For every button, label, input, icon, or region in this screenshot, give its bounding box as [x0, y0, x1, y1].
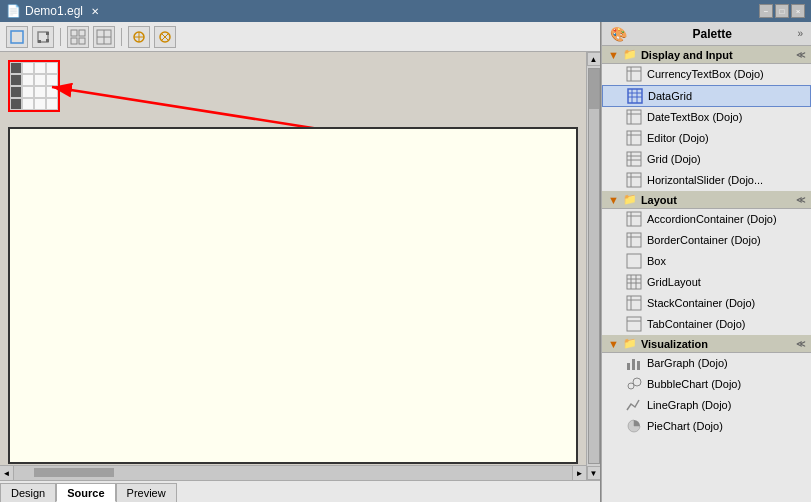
- svg-rect-44: [627, 233, 641, 247]
- category-folder-icon: 📁: [623, 193, 637, 206]
- palette-item-datagrid[interactable]: DataGrid: [602, 85, 811, 107]
- item-label: PieChart (Dojo): [647, 420, 723, 432]
- category-collapse-icon[interactable]: ≪: [796, 50, 805, 60]
- hscroll-right-button[interactable]: ►: [572, 466, 586, 481]
- select-tool-button[interactable]: [6, 26, 28, 48]
- palette-item-currencytextbox[interactable]: CurrencyTextBox (Dojo): [602, 64, 811, 85]
- palette-item-linegraph[interactable]: LineGraph (Dojo): [602, 395, 811, 416]
- mini-cell: [22, 62, 34, 74]
- item-label: CurrencyTextBox (Dojo): [647, 68, 764, 80]
- hscroll-thumb[interactable]: [34, 468, 114, 477]
- category-label: Layout: [641, 194, 677, 206]
- item-label: BubbleChart (Dojo): [647, 378, 741, 390]
- category-arrow-icon: ▼: [608, 49, 619, 61]
- tool4-button[interactable]: [93, 26, 115, 48]
- bottom-tabs: Design Source Preview: [0, 480, 600, 502]
- palette-item-tabcontainer[interactable]: TabContainer (Dojo): [602, 314, 811, 335]
- tool3-button[interactable]: [67, 26, 89, 48]
- item-label: StackContainer (Dojo): [647, 297, 755, 309]
- vscroll-down-button[interactable]: ▼: [587, 466, 601, 480]
- item-label: DateTextBox (Dojo): [647, 111, 742, 123]
- item-icon-stackcontainer: [626, 295, 642, 311]
- tab-design[interactable]: Design: [0, 483, 56, 502]
- vscroll-track: [588, 68, 600, 464]
- svg-rect-28: [627, 110, 641, 124]
- resize-tool-button[interactable]: [32, 26, 54, 48]
- palette-item-piechart[interactable]: PieChart (Dojo): [602, 416, 811, 437]
- palette-item-horizontalslider[interactable]: HorizontalSlider (Dojo...: [602, 170, 811, 191]
- item-label: Grid (Dojo): [647, 153, 701, 165]
- item-icon-linegraph: [626, 397, 642, 413]
- item-icon-bargraph: [626, 355, 642, 371]
- svg-point-62: [633, 378, 641, 386]
- mini-cell: [46, 98, 58, 110]
- palette-item-grid[interactable]: Grid (Dojo): [602, 149, 811, 170]
- item-label: LineGraph (Dojo): [647, 399, 731, 411]
- item-icon-grid: [626, 151, 642, 167]
- mini-preview: [8, 60, 60, 112]
- vscroll-thumb[interactable]: [589, 69, 599, 109]
- toolbar-sep2: [121, 28, 122, 46]
- close-tab-icon[interactable]: ✕: [91, 6, 99, 17]
- toolbar-sep1: [60, 28, 61, 46]
- mini-cell: [34, 74, 46, 86]
- item-icon-box: [626, 253, 642, 269]
- mini-cell: [22, 98, 34, 110]
- category-visualization[interactable]: ▼ 📁 Visualization ≪: [602, 335, 811, 353]
- item-icon-datagrid: [627, 88, 643, 104]
- palette-panel: 🎨 Palette » ▼ 📁 Display and Input ≪: [601, 22, 811, 502]
- palette-header: 🎨 Palette »: [602, 22, 811, 46]
- palette-expand-button[interactable]: »: [797, 28, 803, 39]
- category-folder-icon: 📁: [623, 48, 637, 61]
- item-label: BorderContainer (Dojo): [647, 234, 761, 246]
- palette-item-bubblechart[interactable]: BubbleChart (Dojo): [602, 374, 811, 395]
- item-label: BarGraph (Dojo): [647, 357, 728, 369]
- palette-item-stackcontainer[interactable]: StackContainer (Dojo): [602, 293, 811, 314]
- palette-item-editor[interactable]: Editor (Dojo): [602, 128, 811, 149]
- svg-rect-56: [627, 317, 641, 331]
- svg-rect-2: [46, 32, 49, 35]
- category-collapse-icon[interactable]: ≪: [796, 195, 805, 205]
- editor-area: ◄ ► ▲ ▼ Design Sour: [0, 22, 601, 502]
- maximize-button[interactable]: □: [775, 4, 789, 18]
- palette-item-bordercontainer[interactable]: BorderContainer (Dojo): [602, 230, 811, 251]
- tab-source[interactable]: Source: [56, 483, 115, 502]
- category-layout[interactable]: ▼ 📁 Layout ≪: [602, 191, 811, 209]
- item-icon-datetextbox: [626, 109, 642, 125]
- palette-item-datetextbox[interactable]: DateTextBox (Dojo): [602, 107, 811, 128]
- svg-rect-60: [637, 361, 640, 370]
- mini-cell: [22, 74, 34, 86]
- mini-cell: [34, 62, 46, 74]
- tool5-button[interactable]: [128, 26, 150, 48]
- category-arrow-icon: ▼: [608, 338, 619, 350]
- palette-content: ▼ 📁 Display and Input ≪ CurrencyTextBox …: [602, 46, 811, 502]
- title-bar: 📄 Demo1.egl ✕ − □ ×: [0, 0, 811, 22]
- mini-cell: [46, 86, 58, 98]
- mini-cell: [10, 62, 22, 74]
- main-canvas: [8, 127, 578, 464]
- item-label: Box: [647, 255, 666, 267]
- mini-cell: [46, 74, 58, 86]
- tab-preview[interactable]: Preview: [116, 483, 177, 502]
- close-button[interactable]: ×: [791, 4, 805, 18]
- category-display-input[interactable]: ▼ 📁 Display and Input ≪: [602, 46, 811, 64]
- svg-rect-59: [632, 359, 635, 370]
- minimize-button[interactable]: −: [759, 4, 773, 18]
- category-collapse-icon[interactable]: ≪: [796, 339, 805, 349]
- item-icon-accordioncontainer: [626, 211, 642, 227]
- palette-title: Palette: [693, 27, 732, 41]
- item-icon-horizontalslider: [626, 172, 642, 188]
- palette-item-gridlayout[interactable]: GridLayout: [602, 272, 811, 293]
- palette-item-bargraph[interactable]: BarGraph (Dojo): [602, 353, 811, 374]
- category-label: Visualization: [641, 338, 708, 350]
- hscroll-left-button[interactable]: ◄: [0, 466, 14, 481]
- tool6-button[interactable]: [154, 26, 176, 48]
- v-scrollbar: ▲ ▼: [586, 52, 600, 480]
- h-scrollbar[interactable]: ◄ ►: [0, 465, 586, 480]
- palette-item-box[interactable]: Box: [602, 251, 811, 272]
- vscroll-up-button[interactable]: ▲: [587, 52, 601, 66]
- hscroll-track: [14, 466, 572, 480]
- editor-canvas-wrapper: ◄ ► ▲ ▼: [0, 52, 600, 480]
- palette-item-accordioncontainer[interactable]: AccordionContainer (Dojo): [602, 209, 811, 230]
- mini-cell: [22, 86, 34, 98]
